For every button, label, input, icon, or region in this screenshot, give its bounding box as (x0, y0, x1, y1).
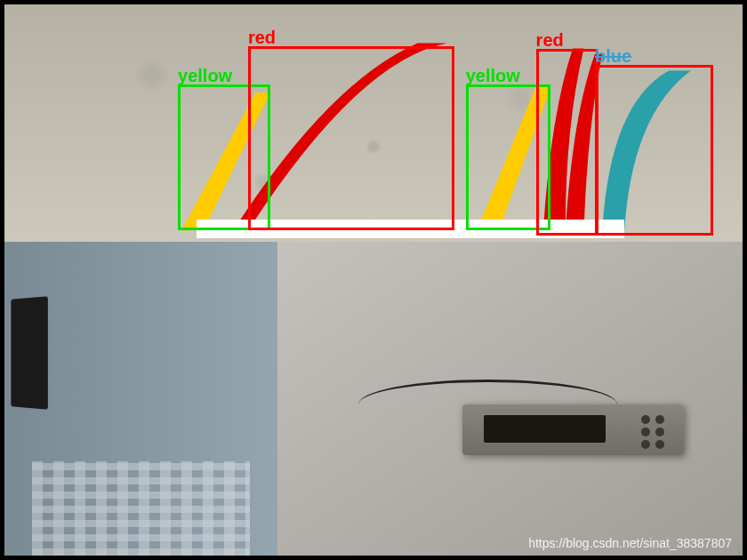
watermark-text: https://blog.csdn.net/sinat_38387807 (528, 536, 732, 550)
device-display (484, 415, 606, 443)
monitor-silhouette (11, 296, 48, 409)
bbox-label: red (536, 30, 564, 51)
lower-scene (4, 242, 743, 556)
background-room (4, 242, 277, 556)
bbox-label: yellow (466, 66, 520, 86)
bbox-red-1: red (248, 46, 454, 231)
image-frame: yellow red yellow red blue https://blog.… (4, 4, 743, 556)
bbox-label: yellow (178, 66, 232, 86)
device-buttons (641, 415, 666, 449)
bbox-red-2: red (536, 49, 599, 236)
bbox-blue: blue (595, 65, 713, 236)
wall-device (462, 404, 684, 455)
bbox-label: blue (595, 46, 631, 67)
bbox-label: red (248, 28, 276, 48)
